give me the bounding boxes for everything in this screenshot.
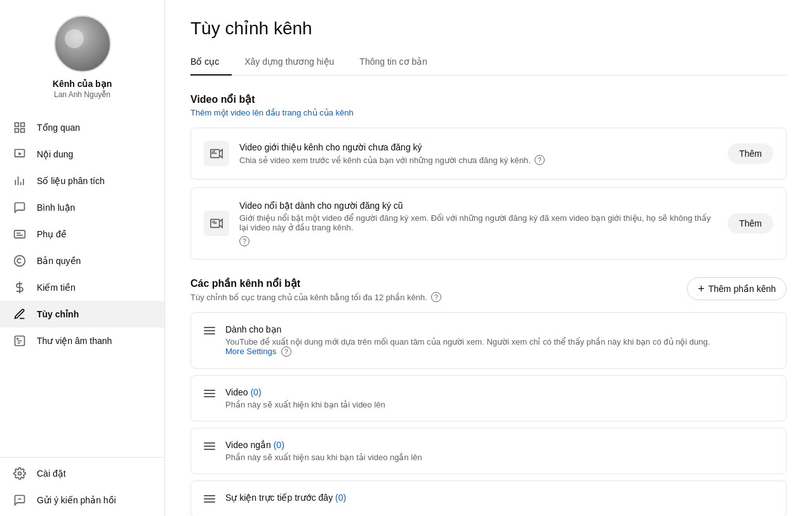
btn-them-noi-bat[interactable]: Thêm bbox=[728, 213, 773, 234]
settings-icon bbox=[13, 466, 27, 480]
svg-rect-22 bbox=[212, 151, 213, 154]
customize-icon bbox=[13, 307, 27, 321]
sidebar-item-ban-quyen[interactable]: Bản quyền bbox=[0, 248, 164, 274]
card-video-noi-bat-title: Video nổi bật dành cho người đăng ký cũ bbox=[239, 201, 717, 211]
drag-handle-video-ngan[interactable] bbox=[204, 440, 215, 450]
list-item-video-desc: Phần này sẽ xuất hiện khi bạn tải video … bbox=[225, 400, 773, 409]
tab-xay-dung-thuong-hieu[interactable]: Xây dựng thương hiệu bbox=[232, 49, 347, 76]
dashboard-icon bbox=[13, 121, 27, 135]
sidebar-item-binh-luan[interactable]: Bình luận bbox=[0, 194, 164, 221]
card-video-noi-bat-desc: Giới thiệu nổi bật một video để người đă… bbox=[239, 213, 717, 246]
help-icon-phan-kenh[interactable]: ? bbox=[431, 292, 441, 302]
svg-rect-1 bbox=[21, 123, 25, 127]
tab-bo-cuc[interactable]: Bố cục bbox=[190, 49, 232, 76]
sidebar-label-cai-dat: Cài đặt bbox=[37, 468, 66, 479]
avatar bbox=[54, 15, 111, 72]
list-item-video-ngan-title: Video ngắn (0) bbox=[225, 440, 773, 450]
svg-rect-25 bbox=[211, 220, 220, 228]
btn-them-phan-kenh[interactable]: + Thêm phần kênh bbox=[687, 277, 787, 300]
list-item-video-ngan-desc: Phần này sẽ xuất hiện sau khi bạn tải vi… bbox=[225, 453, 773, 462]
tabs-bar: Bố cục Xây dựng thương hiệu Thông tin cơ… bbox=[190, 49, 787, 76]
sidebar-item-cai-dat[interactable]: Cài đặt bbox=[0, 460, 164, 487]
card-video-gioi-thieu: Video giới thiệu kênh cho người chưa đăn… bbox=[190, 128, 787, 180]
sidebar-label-binh-luan: Bình luận bbox=[37, 202, 75, 213]
list-item-danh-cho-ban-desc: YouTube đề xuất nội dung mới dựa trên mố… bbox=[225, 337, 773, 357]
sidebar-item-gui-y-kien[interactable]: Gửi ý kiến phản hồi bbox=[0, 487, 164, 513]
video-intro-icon bbox=[204, 141, 229, 166]
card-video-gioi-thieu-desc: Chia sẻ video xem trước về kênh của bạn … bbox=[239, 155, 717, 165]
section-video-title: Video nổi bật bbox=[190, 93, 787, 105]
plus-icon: + bbox=[698, 283, 705, 294]
list-item-su-kien-title: Sự kiện trực tiếp trước đây (0) bbox=[225, 493, 773, 503]
section-phan-kenh-header-left: Các phần kênh nổi bật Tùy chỉnh bố cục t… bbox=[190, 277, 441, 302]
feedback-icon bbox=[13, 493, 27, 507]
sidebar-label-phu-de: Phụ đề bbox=[37, 229, 67, 239]
help-icon-noi-bat[interactable]: ? bbox=[239, 236, 250, 246]
section-phan-kenh: Các phần kênh nổi bật Tùy chỉnh bố cục t… bbox=[190, 277, 787, 516]
list-item-danh-cho-ban: Dành cho bạn YouTube đề xuất nội dung mớ… bbox=[190, 312, 787, 369]
list-item-danh-cho-ban-title: Dành cho bạn bbox=[225, 324, 773, 334]
copyright-icon bbox=[13, 254, 27, 268]
svg-rect-2 bbox=[15, 129, 19, 133]
svg-point-13 bbox=[15, 256, 25, 267]
channel-name: Kênh của bạn bbox=[53, 79, 112, 89]
page-title: Tùy chỉnh kênh bbox=[190, 0, 787, 49]
sidebar-item-so-lieu-phan-tich[interactable]: Số liệu phân tích bbox=[0, 168, 164, 194]
sidebar-label-tong-quan: Tổng quan bbox=[37, 122, 80, 133]
comments-icon bbox=[13, 201, 27, 215]
sidebar-item-tuy-chinh[interactable]: Tùy chỉnh bbox=[0, 301, 164, 327]
btn-them-gioi-thieu[interactable]: Thêm bbox=[728, 143, 773, 164]
monetize-icon bbox=[13, 281, 27, 294]
sidebar-label-ban-quyen: Bản quyền bbox=[37, 256, 81, 266]
sidebar-item-kiem-tien[interactable]: Kiếm tiền bbox=[0, 274, 164, 301]
svg-rect-26 bbox=[212, 221, 213, 223]
sidebar-nav: Tổng quan Nội dung Số liệu phân tích Bìn… bbox=[0, 112, 164, 357]
list-item-video-title: Video (0) bbox=[225, 387, 773, 397]
list-item-video-content: Video (0) Phần này sẽ xuất hiện khi bạn … bbox=[225, 387, 773, 409]
library-icon bbox=[13, 334, 27, 348]
sidebar-label-kiem-tien: Kiếm tiền bbox=[37, 282, 76, 293]
channel-sub: Lan Anh Nguyễn bbox=[54, 90, 110, 99]
list-item-video: Video (0) Phần này sẽ xuất hiện khi bạn … bbox=[190, 375, 787, 421]
card-video-noi-bat-dang-ky: Video nổi bật dành cho người đăng ký cũ … bbox=[190, 187, 787, 260]
sidebar-item-noi-dung[interactable]: Nội dung bbox=[0, 141, 164, 168]
svg-marker-5 bbox=[18, 152, 22, 155]
tab-thong-tin-co-ban[interactable]: Thông tin cơ bản bbox=[347, 49, 440, 76]
svg-rect-27 bbox=[213, 220, 215, 224]
section-phan-kenh-subtitle: Tùy chỉnh bố cục trang chủ của kênh bằng… bbox=[190, 292, 441, 302]
drag-handle-danh-cho-ban[interactable] bbox=[204, 324, 215, 334]
sidebar-item-thu-vien-am-thanh[interactable]: Thư viện âm thanh bbox=[0, 327, 164, 354]
card-video-gioi-thieu-content: Video giới thiệu kênh cho người chưa đăn… bbox=[239, 142, 717, 165]
sidebar-label-thu-vien: Thư viện âm thanh bbox=[37, 336, 112, 346]
list-item-danh-cho-ban-content: Dành cho bạn YouTube đề xuất nội dung mớ… bbox=[225, 324, 773, 357]
subtitles-icon bbox=[13, 227, 27, 241]
svg-rect-10 bbox=[15, 230, 25, 238]
sidebar-item-tong-quan[interactable]: Tổng quan bbox=[0, 114, 164, 141]
sidebar-label-tuy-chinh: Tùy chỉnh bbox=[37, 309, 79, 319]
svg-rect-28 bbox=[215, 222, 216, 224]
drag-handle-video[interactable] bbox=[204, 387, 215, 397]
analytics-icon bbox=[13, 174, 27, 188]
svg-point-16 bbox=[17, 338, 18, 340]
sidebar-label-noi-dung: Nội dung bbox=[37, 149, 73, 159]
sidebar-bottom: Cài đặt Gửi ý kiến phản hồi bbox=[0, 457, 164, 516]
sidebar-item-phu-de[interactable]: Phụ đề bbox=[0, 221, 164, 248]
section-video-subtitle: Thêm một video lên đầu trang chủ của kên… bbox=[190, 108, 787, 117]
list-item-video-ngan-content: Video ngắn (0) Phần này sẽ xuất hiện sau… bbox=[225, 440, 773, 462]
svg-rect-24 bbox=[215, 152, 216, 154]
section-phan-kenh-title: Các phần kênh nổi bật bbox=[190, 277, 441, 289]
drag-handle-su-kien[interactable] bbox=[204, 493, 215, 503]
help-icon-danh-cho-ban[interactable]: ? bbox=[281, 347, 291, 357]
list-item-su-kien-content: Sự kiện trực tiếp trước đây (0) bbox=[225, 493, 773, 505]
svg-point-17 bbox=[18, 472, 22, 475]
help-icon-gioi-thieu[interactable]: ? bbox=[535, 155, 545, 165]
video-featured-icon bbox=[204, 211, 229, 236]
sidebar-label-gui-y-kien: Gửi ý kiến phản hồi bbox=[37, 495, 116, 505]
main-content: Tùy chỉnh kênh Bố cục Xây dựng thương hi… bbox=[165, 0, 812, 516]
list-item-su-kien: Sự kiện trực tiếp trước đây (0) bbox=[190, 480, 787, 516]
section-phan-kenh-header: Các phần kênh nổi bật Tùy chỉnh bố cục t… bbox=[190, 277, 787, 302]
more-settings-link[interactable]: More Settings bbox=[225, 347, 276, 356]
card-video-gioi-thieu-title: Video giới thiệu kênh cho người chưa đăn… bbox=[239, 142, 717, 152]
svg-rect-3 bbox=[21, 129, 25, 133]
svg-rect-23 bbox=[213, 150, 215, 154]
